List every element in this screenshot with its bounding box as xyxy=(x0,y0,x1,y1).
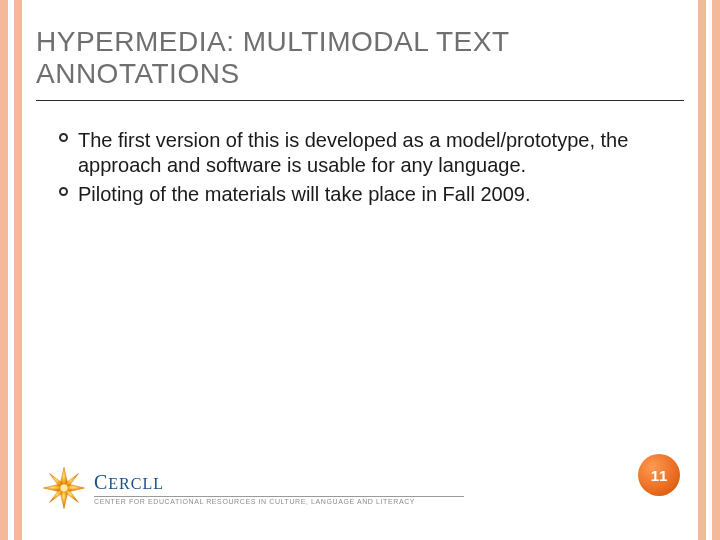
star-icon xyxy=(42,466,86,510)
left-stripe-inner xyxy=(14,0,22,540)
brand-name: CERCLL xyxy=(94,471,164,494)
bullet-icon xyxy=(48,128,78,142)
list-item: Piloting of the materials will take plac… xyxy=(48,182,666,207)
slide: HYPERMEDIA: MULTIMODAL TEXT ANNOTATIONS … xyxy=(0,0,720,540)
brand-text-block: CERCLL CENTER FOR EDUCATIONAL RESOURCES … xyxy=(94,471,464,505)
title-underline xyxy=(36,100,684,101)
svg-point-8 xyxy=(60,484,68,492)
brand-tagline: CENTER FOR EDUCATIONAL RESOURCES IN CULT… xyxy=(94,498,464,505)
footer-logo: CERCLL CENTER FOR EDUCATIONAL RESOURCES … xyxy=(42,466,464,510)
slide-title: HYPERMEDIA: MULTIMODAL TEXT ANNOTATIONS xyxy=(36,26,684,90)
page-number-badge: 11 xyxy=(638,454,680,496)
body-content: The first version of this is developed a… xyxy=(48,128,666,211)
bullet-icon xyxy=(48,182,78,196)
right-stripe-inner xyxy=(698,0,706,540)
page-number: 11 xyxy=(651,467,668,484)
left-stripe-outer xyxy=(0,0,8,540)
bullet-text: Piloting of the materials will take plac… xyxy=(78,182,666,207)
bullet-text: The first version of this is developed a… xyxy=(78,128,666,178)
list-item: The first version of this is developed a… xyxy=(48,128,666,178)
right-stripe-outer xyxy=(712,0,720,540)
brand-divider xyxy=(94,496,464,497)
